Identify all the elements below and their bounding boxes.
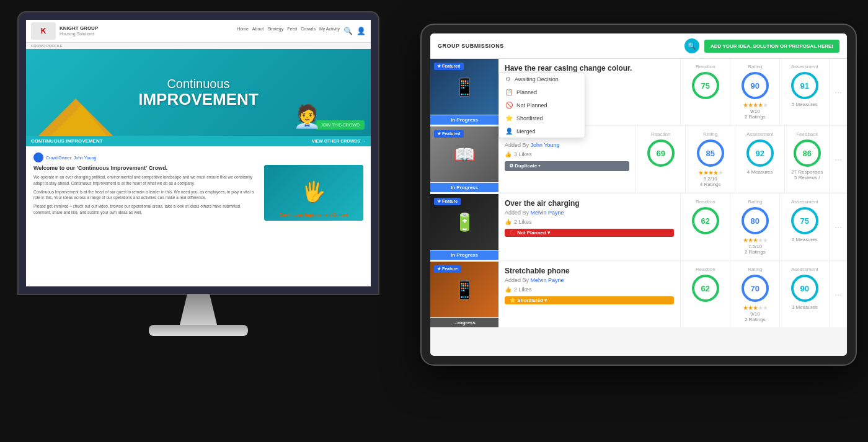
monitor-crowd-owner: 👤 CrowdOwner: John Young <box>33 152 363 162</box>
stars-4: ★★★★★ <box>738 304 772 311</box>
sub-author-link-3[interactable]: Melvin Payne <box>531 210 564 216</box>
monitor-screen: K KNIGHT GROUP Housing Solutions Home Ab… <box>26 20 371 286</box>
monitor-topbar: K KNIGHT GROUP Housing Solutions Home Ab… <box>26 20 371 43</box>
metric-assessment-count-3: 2 Measures <box>787 237 822 242</box>
hero-arrow-svg <box>38 86 113 136</box>
metric-assessment-3: Assessment 75 2 Measures <box>780 194 830 260</box>
sub-title-3: Over the air charging <box>505 199 674 208</box>
metric-assessment-2: Assessment 92 4 Measures <box>735 126 785 192</box>
metric-assessment-count-2: 4 Measures <box>743 169 777 175</box>
shortlisted-badge[interactable]: ⭐ Shortlisted ▾ <box>505 296 674 304</box>
submission-row-3: 🔋 ★ Feature In Progress Over the air cha… <box>430 194 847 260</box>
dropdown-not-planned[interactable]: 🚫 Not Planned <box>499 99 585 112</box>
dropdown-menu-1: ⚙ Awaiting Decision 📋 Planned 🚫 Not Plan… <box>498 72 585 138</box>
monitor-hero: 🧑‍💼 Continuous IMPROVEMENT JOIN THIS CRO… <box>26 49 371 136</box>
sub-author-link-2[interactable]: John Young <box>531 142 560 148</box>
monitor-section-bar: CONTINUOUS IMPROVEMENT VIEW OTHER CROWDS… <box>26 136 371 146</box>
nav-crowds[interactable]: Crowds <box>301 27 316 35</box>
metric-rating-label-4: Rating <box>738 267 772 272</box>
monitor-content-para3: Please get involved – check out our vide… <box>33 203 258 216</box>
metric-feedback-2: Feedback 86 27 Responses 5 Reviews / <box>785 126 830 192</box>
nav-home[interactable]: Home <box>237 27 249 35</box>
metric-assessment-label-2: Assessment <box>743 131 777 137</box>
metric-reaction-circle-1: 75 <box>692 72 719 99</box>
status-in-progress-2: In Progress <box>430 183 498 192</box>
sub-action-area-3: 🚫 Not Planned ▾ <box>505 229 674 237</box>
sub-action-area-4: ⭐ Shortlisted ▾ <box>505 296 674 304</box>
nav-feed[interactable]: Feed <box>287 27 297 35</box>
metric-assessment-label-1: Assessment <box>787 64 822 69</box>
nav-activity[interactable]: My Activity <box>319 27 340 35</box>
metric-rating-sub-4: 9/10 <box>738 311 772 317</box>
dropdown-merged[interactable]: 👤 Merged <box>499 125 585 138</box>
like-icon-4: 👍 <box>505 286 512 293</box>
sub-more-1[interactable]: ··· <box>830 59 847 125</box>
monitor-logo: K <box>31 22 56 40</box>
sub-more-2[interactable]: ··· <box>830 126 847 192</box>
dropdown-shortlisted[interactable]: ⭐ Shortlisted <box>499 112 585 125</box>
nav-strategy[interactable]: Strategy <box>267 27 283 35</box>
sub-content-3: Over the air charging Added By Melvin Pa… <box>498 194 681 260</box>
metric-rating-circle-4: 70 <box>742 275 769 302</box>
dropdown-planned[interactable]: 📋 Planned <box>499 86 585 99</box>
metric-rating-2: Rating 85 ★★★★★ 9.2/10 4 Ratings <box>686 126 735 192</box>
monitor-base <box>149 325 248 336</box>
submission-row: 📱 ★ Featured In Progress Have the rear c… <box>430 59 847 125</box>
metric-rating-count-4: 2 Ratings <box>738 317 772 322</box>
featured-badge-4: ★ Feature <box>434 265 461 273</box>
metric-assessment-circle-2: 92 <box>746 139 774 167</box>
sub-more-3[interactable]: ··· <box>830 194 847 260</box>
view-other-crowds-link[interactable]: VIEW OTHER CROWDS → <box>312 139 366 143</box>
sub-likes-4: 👍 2 Likes <box>505 286 674 293</box>
featured-badge-1: ★ Featured <box>434 63 464 70</box>
stars-1: ★★★★★ <box>738 102 772 108</box>
stars-3: ★★★★★ <box>738 237 772 244</box>
search-icon[interactable]: 🔍 <box>343 27 353 35</box>
tablet: GROUP SUBMISSIONS 🔍 ADD YOUR IDEA, SOLUT… <box>422 25 856 365</box>
metric-assessment-4: Assessment 90 1 Measures <box>780 262 830 327</box>
hero-cta-button[interactable]: JOIN THIS CROWD <box>316 120 365 130</box>
sub-more-4[interactable]: ··· <box>830 262 847 327</box>
tablet-frame: GROUP SUBMISSIONS 🔍 ADD YOUR IDEA, SOLUT… <box>422 25 856 365</box>
metric-rating-1: Rating 90 ★★★★★ 9/10 2 Ratings <box>730 59 780 125</box>
submission-row-4: 📱 ★ Feature ...rogress Stretchable phone… <box>430 262 847 327</box>
monitor-video-thumb[interactable]: 🖐 Continuous Improvement Culture ▶ <box>264 165 363 221</box>
metric-assessment-label-4: Assessment <box>787 267 822 272</box>
metric-assessment-1: Assessment 91 5 Measures <box>780 59 830 125</box>
metric-rating-4: Rating 70 ★★★★★ 9/10 2 Ratings <box>730 262 780 327</box>
featured-badge-3: ★ Feature <box>434 198 461 205</box>
metric-reaction-circle-2: 69 <box>647 139 675 167</box>
video-hand-icon: 🖐 <box>301 180 326 203</box>
metric-reaction-circle-3: 62 <box>692 207 719 234</box>
not-planned-badge[interactable]: 🚫 Not Planned ▾ <box>505 229 674 237</box>
tablet-screen: GROUP SUBMISSIONS 🔍 ADD YOUR IDEA, SOLUT… <box>430 33 847 356</box>
metric-rating-circle-1: 90 <box>742 72 769 99</box>
user-icon[interactable]: 👤 <box>356 27 366 35</box>
merged-icon: 👤 <box>505 128 513 135</box>
nav-about[interactable]: About <box>252 27 264 35</box>
monitor-content-para2: Continuous Improvement is at the heart o… <box>33 189 258 201</box>
metric-reaction-label-4: Reaction <box>688 267 722 272</box>
stars-2: ★★★★★ <box>693 169 727 176</box>
dropdown-awaiting[interactable]: ⚙ Awaiting Decision <box>499 73 585 86</box>
monitor-nav: Home About Strategy Feed Crowds My Activ… <box>237 27 366 35</box>
monitor-logo-text: KNIGHT GROUP Housing Solutions <box>60 25 98 37</box>
like-count-2: 3 Likes <box>514 151 532 157</box>
tablet-add-button[interactable]: ADD YOUR IDEA, SOLUTION OR PROPOSAL HERE… <box>704 40 839 53</box>
metric-feedback-responses: 27 Responses <box>791 169 823 175</box>
monitor-hero-text: Continuous IMPROVEMENT <box>138 77 259 108</box>
metric-rating-label-1: Rating <box>738 64 772 69</box>
sub-author-link-4[interactable]: Melvin Payne <box>531 277 564 283</box>
metric-feedback-label-2: Feedback <box>791 131 823 137</box>
tablet-section-title: GROUP SUBMISSIONS <box>438 43 504 49</box>
monitor-breadcrumb: CROWD PROFILE <box>26 43 371 49</box>
sub-image-2: 📖 ★ Featured In Progress <box>430 126 498 192</box>
duplicate-button[interactable]: ⧉ Duplicate ▾ <box>505 161 629 171</box>
metric-reaction-label-2: Reaction <box>644 131 678 137</box>
like-icon-2: 👍 <box>505 151 512 157</box>
scene: K KNIGHT GROUP Housing Solutions Home Ab… <box>0 0 868 442</box>
tablet-search-button[interactable]: 🔍 <box>684 38 699 53</box>
metric-rating-circle-3: 80 <box>742 207 769 234</box>
metric-rating-count-1: 2 Ratings <box>738 114 772 120</box>
sub-author-4: Added By Melvin Payne <box>505 277 674 283</box>
